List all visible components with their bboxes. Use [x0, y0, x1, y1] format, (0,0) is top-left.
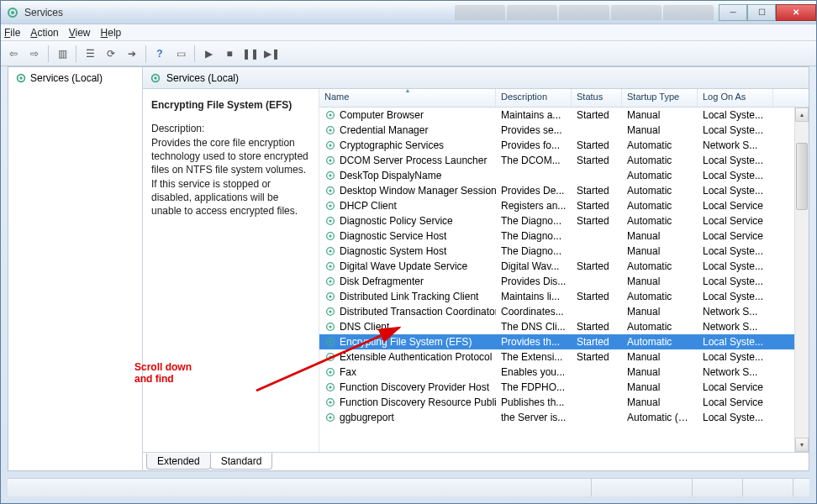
menu-action[interactable]: Action — [30, 27, 58, 39]
stop-button[interactable]: ■ — [220, 45, 239, 63]
cell-desc: The Diagno... — [496, 215, 572, 227]
service-row[interactable]: Diagnostic System HostThe Diagno...Manua… — [319, 244, 809, 259]
service-row[interactable]: Function Discovery Provider HostThe FDPH… — [319, 380, 809, 395]
service-row[interactable]: Credential ManagerProvides se...ManualLo… — [319, 123, 809, 138]
service-row[interactable]: Distributed Transaction CoordinatorCoord… — [319, 304, 809, 319]
scroll-down-button[interactable]: ▾ — [795, 438, 809, 452]
forward-button[interactable]: ⇨ — [25, 45, 44, 63]
cell-status: Started — [572, 200, 622, 212]
menu-help[interactable]: Help — [101, 27, 122, 39]
close-button[interactable]: ✕ — [776, 4, 816, 21]
cell-desc: Publishes th... — [496, 396, 572, 408]
menu-file[interactable]: File — [4, 27, 20, 39]
cell-status: Started — [572, 321, 622, 333]
cell-logon: Local Syste... — [698, 291, 773, 302]
cell-status: Started — [572, 155, 622, 166]
svg-point-11 — [329, 144, 331, 146]
cell-logon: Local Service — [698, 381, 773, 393]
cell-logon: Network S... — [698, 366, 773, 378]
service-row[interactable]: DeskTop DispalyNameAutomaticLocal Syste.… — [319, 168, 809, 183]
service-row[interactable]: Cryptographic ServicesProvides fo...Star… — [319, 138, 809, 153]
cell-logon: Local Syste... — [698, 276, 773, 287]
menu-view[interactable]: View — [69, 27, 91, 39]
col-logon[interactable]: Log On As — [698, 89, 773, 107]
cell-startup: Manual — [622, 276, 698, 287]
service-row[interactable]: ggbugreportthe Server is...Automatic (D.… — [319, 410, 809, 425]
cell-startup: Automatic — [622, 321, 698, 333]
service-row[interactable]: Extensible Authentication ProtocolThe Ex… — [319, 349, 809, 365]
service-row[interactable]: Encrypting File System (EFS)Provides th.… — [319, 334, 809, 349]
cell-desc: Provides De... — [496, 185, 572, 197]
cell-desc: The FDPHO... — [496, 381, 572, 393]
vertical-scrollbar[interactable]: ▴ ▾ — [794, 108, 809, 452]
scroll-track[interactable] — [795, 122, 809, 438]
scroll-thumb[interactable] — [796, 143, 808, 210]
service-row[interactable]: DNS ClientThe DNS Cli...StartedAutomatic… — [319, 319, 809, 334]
cell-name: DeskTop DispalyName — [319, 170, 496, 181]
service-row[interactable]: Diagnostic Policy ServiceThe Diagno...St… — [319, 213, 809, 228]
cell-startup: Manual — [622, 245, 698, 257]
detail-pane: Encrypting File System (EFS) Description… — [143, 89, 319, 452]
cell-logon: Local Syste... — [698, 336, 773, 348]
col-startup[interactable]: Startup Type — [622, 89, 698, 107]
window-title: Services — [24, 7, 455, 18]
svg-point-9 — [329, 129, 331, 131]
help-button[interactable]: ? — [150, 45, 169, 63]
svg-point-17 — [329, 189, 331, 192]
cell-startup: Automatic — [622, 139, 698, 151]
service-row[interactable]: Function Discovery Resource Publi...Publ… — [319, 395, 809, 410]
service-row[interactable]: Computer BrowserMaintains a...StartedMan… — [319, 108, 809, 123]
svg-point-21 — [329, 219, 331, 222]
cell-desc: Provides th... — [496, 336, 572, 348]
back-button[interactable]: ⇦ — [4, 45, 23, 63]
service-row[interactable]: Distributed Link Tracking ClientMaintain… — [319, 289, 809, 304]
gear-icon — [15, 72, 27, 84]
export-button[interactable]: ➔ — [123, 45, 141, 63]
toolbar-icon[interactable]: ▭ — [171, 45, 190, 63]
cell-status: Started — [572, 109, 622, 121]
cell-desc: The DNS Cli... — [496, 321, 572, 333]
svg-point-41 — [329, 370, 331, 373]
cell-name: Computer Browser — [319, 109, 496, 121]
minimize-button[interactable]: ─ — [719, 4, 747, 21]
tree-root[interactable]: Services (Local) — [12, 71, 139, 86]
service-row[interactable]: Disk DefragmenterProvides Dis...ManualLo… — [319, 274, 809, 289]
svg-point-5 — [154, 76, 157, 80]
cell-startup: Automatic — [622, 155, 698, 166]
view-tabs: Extended Standard — [143, 452, 809, 470]
window-frame: Services ─ ☐ ✕ File Action View Help ⇦ ⇨… — [0, 0, 817, 504]
pause-button[interactable]: ❚❚ — [241, 45, 260, 63]
service-row[interactable]: Desktop Window Manager Session...Provide… — [319, 183, 809, 198]
col-description[interactable]: Description — [496, 89, 572, 107]
svg-point-27 — [329, 265, 331, 267]
service-row[interactable]: Diagnostic Service HostThe Diagno...Manu… — [319, 228, 809, 244]
svg-point-43 — [329, 386, 331, 388]
cell-startup: Manual — [622, 306, 698, 318]
service-row[interactable]: DHCP ClientRegisters an...StartedAutomat… — [319, 198, 809, 213]
service-row[interactable]: Digital Wave Update ServiceDigital Wav..… — [319, 259, 809, 274]
tab-standard[interactable]: Standard — [210, 453, 273, 470]
tab-extended[interactable]: Extended — [146, 454, 211, 470]
show-hide-tree-button[interactable]: ▥ — [53, 45, 71, 63]
list-header: Name Description Status Startup Type Log… — [319, 89, 809, 108]
restart-button[interactable]: ▶❚ — [262, 45, 281, 63]
cell-startup: Manual — [622, 124, 698, 136]
refresh-button[interactable]: ⟳ — [102, 45, 120, 63]
main-area: Services (Local) Services (Local) Encryp… — [8, 66, 809, 471]
cell-desc: The Diagno... — [496, 230, 572, 242]
properties-button[interactable]: ☰ — [81, 45, 99, 63]
maximize-button[interactable]: ☐ — [747, 4, 776, 21]
cell-status: Started — [572, 260, 622, 272]
cell-logon: Network S... — [698, 306, 773, 318]
col-name[interactable]: Name — [319, 89, 496, 107]
cell-name: Function Discovery Resource Publi... — [319, 396, 496, 408]
scroll-up-button[interactable]: ▴ — [795, 108, 809, 122]
titlebar[interactable]: Services ─ ☐ ✕ — [1, 1, 816, 24]
cell-logon: Local Syste... — [698, 185, 773, 197]
start-button[interactable]: ▶ — [199, 45, 218, 63]
col-status[interactable]: Status — [572, 89, 622, 107]
service-row[interactable]: FaxEnables you...ManualNetwork S... — [319, 365, 809, 380]
service-row[interactable]: DCOM Server Process LauncherThe DCOM...S… — [319, 153, 809, 168]
menu-bar: File Action View Help — [1, 24, 816, 41]
cell-name: Diagnostic Service Host — [319, 230, 496, 242]
